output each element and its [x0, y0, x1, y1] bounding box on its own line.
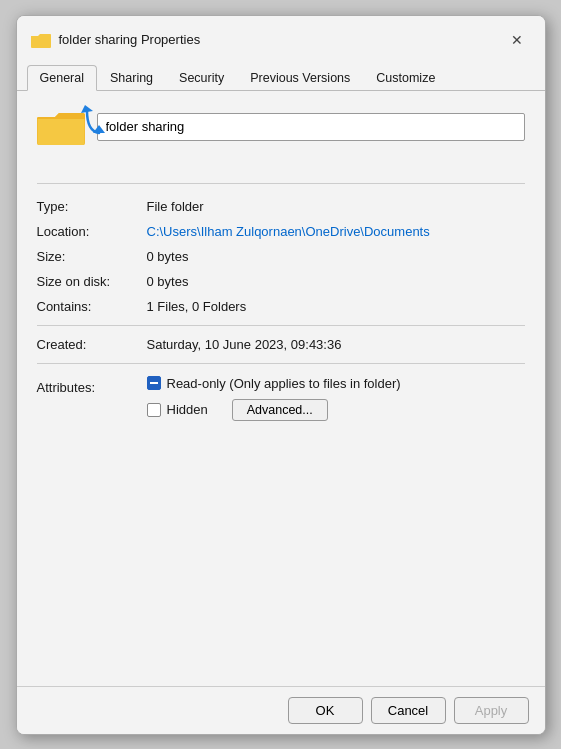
hidden-label: Hidden [167, 402, 208, 417]
ok-button[interactable]: OK [288, 697, 363, 724]
svg-marker-6 [81, 105, 93, 113]
svg-rect-1 [31, 36, 51, 47]
tab-security[interactable]: Security [166, 65, 237, 91]
hidden-check-row: Hidden [147, 402, 208, 417]
properties-dialog: folder sharing Properties ✕ General Shar… [16, 15, 546, 735]
title-bar-left: folder sharing Properties [31, 32, 201, 48]
type-value: File folder [147, 194, 525, 219]
size-on-disk-value: 0 bytes [147, 269, 525, 294]
attributes-label: Attributes: [37, 376, 147, 395]
contains-label: Contains: [37, 294, 147, 319]
tabs-bar: General Sharing Security Previous Versio… [17, 58, 545, 91]
advanced-button[interactable]: Advanced... [232, 399, 328, 421]
info-grid: Type: File folder Location: C:\Users\Ilh… [37, 194, 525, 370]
folder-name-input[interactable] [97, 113, 525, 141]
cancel-button[interactable]: Cancel [371, 697, 446, 724]
size-on-disk-label: Size on disk: [37, 269, 147, 294]
readonly-row: Read-only (Only applies to files in fold… [147, 376, 401, 391]
tab-previous-versions[interactable]: Previous Versions [237, 65, 363, 91]
tab-customize[interactable]: Customize [363, 65, 448, 91]
readonly-checkbox[interactable] [147, 376, 161, 390]
folder-header [37, 107, 525, 147]
close-button[interactable]: ✕ [503, 26, 531, 54]
divider-1 [37, 183, 525, 184]
hidden-checkbox[interactable] [147, 403, 161, 417]
size-value: 0 bytes [147, 244, 525, 269]
location-value: C:\Users\Ilham Zulqornaen\OneDrive\Docum… [147, 219, 525, 244]
created-label: Created: [37, 332, 147, 357]
type-label: Type: [37, 194, 147, 219]
title-folder-icon [31, 32, 51, 48]
content-area: Type: File folder Location: C:\Users\Ilh… [17, 91, 545, 686]
readonly-check-indicator [150, 382, 158, 384]
location-label: Location: [37, 219, 147, 244]
apply-button[interactable]: Apply [454, 697, 529, 724]
tab-sharing[interactable]: Sharing [97, 65, 166, 91]
created-value: Saturday, 10 June 2023, 09:43:36 [147, 332, 525, 357]
divider-3 [37, 363, 525, 364]
svg-rect-4 [38, 117, 84, 145]
dialog-title: folder sharing Properties [59, 32, 201, 47]
arrow-hint-icon [79, 103, 109, 141]
attributes-section: Attributes: Read-only (Only applies to f… [37, 376, 525, 421]
readonly-label: Read-only (Only applies to files in fold… [167, 376, 401, 391]
footer: OK Cancel Apply [17, 686, 545, 734]
svg-marker-5 [93, 125, 105, 133]
tab-general[interactable]: General [27, 65, 97, 91]
title-bar: folder sharing Properties ✕ [17, 16, 545, 54]
size-label: Size: [37, 244, 147, 269]
contains-value: 1 Files, 0 Folders [147, 294, 525, 319]
divider-2 [37, 325, 525, 326]
folder-icon [37, 107, 85, 147]
hidden-advanced-row: Hidden Advanced... [147, 399, 401, 421]
